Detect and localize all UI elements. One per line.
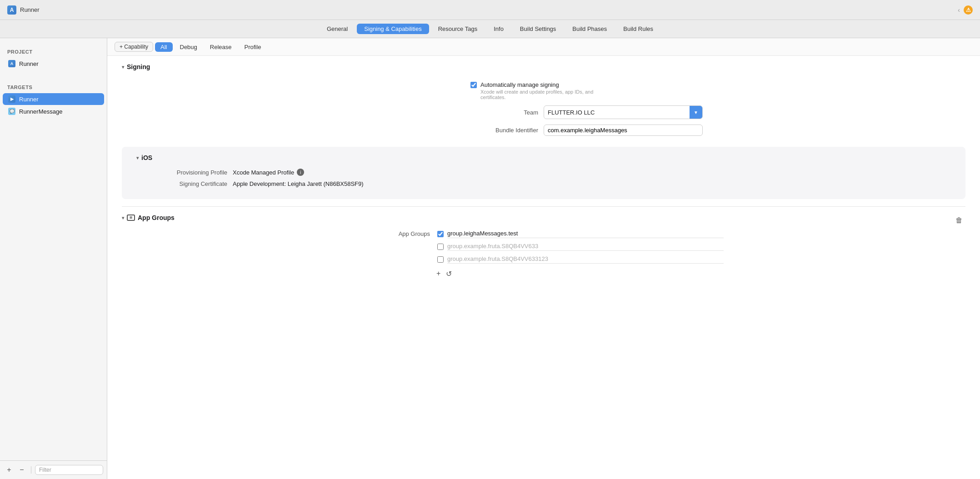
team-label: Team xyxy=(470,109,538,116)
signing-chevron[interactable]: ▾ xyxy=(122,65,124,70)
sidebar-item-runner-message[interactable]: 💬 RunnerMessage xyxy=(3,105,104,117)
signing-cert-value: Apple Development: Leigha Jarett (N86BX5… xyxy=(233,180,364,187)
team-select-arrow[interactable]: ▼ xyxy=(690,106,702,119)
app-group-3-checkbox[interactable] xyxy=(437,256,444,263)
ios-section-header: ▾ iOS xyxy=(136,154,951,161)
add-capability-button[interactable]: + Capability xyxy=(115,42,153,52)
app-group-2-checkbox[interactable] xyxy=(437,244,444,250)
sidebar-item-project-runner[interactable]: A Runner xyxy=(3,58,104,70)
app-group-2-name: group.example.fruta.S8QB4VV633 xyxy=(447,243,724,251)
sub-tab-bar: + Capability All Debug Release Profile xyxy=(107,38,980,56)
tab-build-phases[interactable]: Build Phases xyxy=(565,24,614,34)
sub-tab-profile[interactable]: Profile xyxy=(239,42,267,52)
sub-tab-all[interactable]: All xyxy=(155,42,172,52)
team-select[interactable]: FLUTTER.IO LLC ▼ xyxy=(544,105,703,119)
project-runner-icon: A xyxy=(8,60,15,67)
list-item: group.example.fruta.S8QB4VV633123 xyxy=(435,254,725,265)
auto-signing-checkbox[interactable] xyxy=(470,82,477,88)
add-group-button[interactable]: + xyxy=(435,269,441,279)
app-groups-header: ▾ ⊞ App Groups xyxy=(122,214,965,221)
main-layout: PROJECT A Runner TARGETS ▶ Runner 💬 Runn… xyxy=(0,38,980,479)
tab-info[interactable]: Info xyxy=(486,24,511,34)
auto-signing-label: Automatically manage signing xyxy=(480,81,617,88)
tab-build-rules[interactable]: Build Rules xyxy=(616,24,660,34)
app-group-3-name: group.example.fruta.S8QB4VV633123 xyxy=(447,255,724,264)
sidebar-project-section: PROJECT A Runner xyxy=(0,38,107,74)
delete-app-group-button[interactable]: 🗑 xyxy=(953,214,965,227)
back-arrow[interactable]: ‹ xyxy=(958,6,960,14)
sidebar-footer-divider xyxy=(31,466,31,474)
app-groups-icon: ⊞ xyxy=(127,215,135,221)
sidebar-item-runner[interactable]: ▶ Runner xyxy=(3,93,104,105)
provisioning-profile-text: Xcode Managed Profile xyxy=(233,169,294,176)
app-groups-actions: + ↺ xyxy=(435,267,725,281)
app-groups-chevron[interactable]: ▾ xyxy=(122,215,124,220)
tab-signing-capabilities[interactable]: Signing & Capabilities xyxy=(357,24,429,34)
team-value: FLUTTER.IO LLC xyxy=(544,107,690,118)
filter-input[interactable]: Filter xyxy=(35,465,103,475)
project-runner-label: Runner xyxy=(19,60,39,67)
remove-target-button[interactable]: − xyxy=(16,464,27,475)
targets-section-header: TARGETS xyxy=(0,77,107,93)
signing-section: ▾ Signing Automatically manage signing X… xyxy=(107,56,980,147)
app-title: Runner xyxy=(20,6,40,13)
title-bar: A Runner ‹ ⚠ xyxy=(0,0,980,20)
app-group-1-checkbox[interactable] xyxy=(437,231,444,237)
team-field-row: Team FLUTTER.IO LLC ▼ xyxy=(385,105,703,119)
signing-section-header: ▾ Signing xyxy=(122,63,965,70)
sidebar-footer: + − Filter xyxy=(0,460,107,479)
app-groups-title: App Groups xyxy=(138,214,175,221)
sidebar-targets-section: TARGETS ▶ Runner 💬 RunnerMessage xyxy=(0,74,107,121)
ios-chevron[interactable]: ▾ xyxy=(136,155,139,160)
title-bar-left: A Runner xyxy=(7,5,40,15)
auto-signing-desc: Xcode will create and update profiles, a… xyxy=(480,89,617,100)
runner-message-label: RunnerMessage xyxy=(19,108,62,115)
sub-tab-release[interactable]: Release xyxy=(205,42,237,52)
list-item: group.example.fruta.S8QB4VV633 xyxy=(435,241,725,252)
app-groups-section: ▾ ⊞ App Groups 🗑 App Groups group.leigha… xyxy=(107,207,980,288)
title-bar-right: ‹ ⚠ xyxy=(958,5,973,15)
sidebar: PROJECT A Runner TARGETS ▶ Runner 💬 Runn… xyxy=(0,38,107,479)
auto-signing-text: Automatically manage signing Xcode will … xyxy=(480,81,617,100)
sub-tab-debug[interactable]: Debug xyxy=(175,42,203,52)
app-group-1-name: group.leighaMessages.test xyxy=(447,230,724,238)
auto-signing-row: Automatically manage signing Xcode will … xyxy=(470,81,617,100)
app-groups-field-label: App Groups xyxy=(362,229,430,237)
tab-bar: General Signing & Capabilities Resource … xyxy=(0,20,980,38)
app-groups-field-row: App Groups group.leighaMessages.test gro… xyxy=(362,229,725,281)
provisioning-profile-row: Provisioning Profile Xcode Managed Profi… xyxy=(136,169,951,176)
refresh-groups-button[interactable]: ↺ xyxy=(445,269,453,279)
tab-resource-tags[interactable]: Resource Tags xyxy=(431,24,485,34)
list-item: group.leighaMessages.test xyxy=(435,229,725,240)
bundle-id-label: Bundle Identifier xyxy=(470,127,538,134)
add-target-button[interactable]: + xyxy=(4,464,15,475)
app-groups-list: group.leighaMessages.test group.example.… xyxy=(435,229,725,281)
signing-cert-label: Signing Certificate xyxy=(136,180,227,187)
ios-title: iOS xyxy=(141,154,152,161)
provisioning-value: Xcode Managed Profile i xyxy=(233,169,304,176)
runner-message-icon: 💬 xyxy=(8,108,15,115)
bundle-id-row: Bundle Identifier xyxy=(385,125,703,136)
content-area: + Capability All Debug Release Profile ▾… xyxy=(107,38,980,479)
runner-target-label: Runner xyxy=(19,96,39,103)
project-section-header: PROJECT xyxy=(0,42,107,57)
ios-section: ▾ iOS Provisioning Profile Xcode Managed… xyxy=(122,147,965,199)
tab-build-settings[interactable]: Build Settings xyxy=(513,24,564,34)
runner-target-icon: ▶ xyxy=(8,95,15,103)
signing-form: Automatically manage signing Xcode will … xyxy=(122,78,965,140)
bundle-id-input[interactable] xyxy=(544,125,703,136)
signing-title: Signing xyxy=(127,63,150,70)
warning-icon: ⚠ xyxy=(964,5,973,15)
provisioning-label: Provisioning Profile xyxy=(136,169,227,176)
tab-general[interactable]: General xyxy=(320,24,355,34)
app-icon: A xyxy=(7,5,16,15)
signing-cert-row: Signing Certificate Apple Development: L… xyxy=(136,180,951,187)
provisioning-info-icon[interactable]: i xyxy=(297,169,304,176)
